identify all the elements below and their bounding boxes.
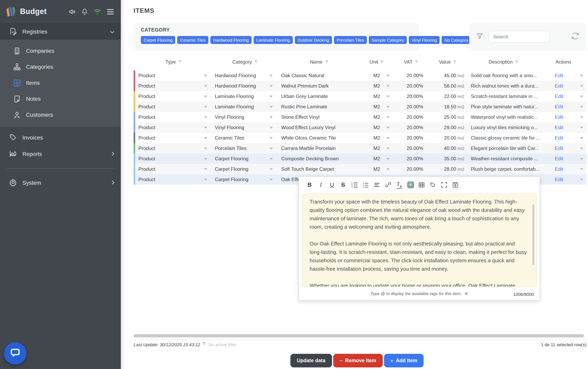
dropdown-caret-icon[interactable] (204, 147, 207, 149)
category-chip[interactable]: Carpet Flooring (141, 36, 175, 44)
type-cell-dropdown[interactable]: Product (135, 122, 212, 133)
dropdown-caret-icon[interactable] (580, 158, 583, 160)
bullet-list-icon[interactable] (360, 180, 371, 189)
dropdown-caret-icon[interactable] (386, 168, 390, 170)
edit-link[interactable]: Edit (555, 114, 563, 120)
dropdown-caret-icon[interactable] (386, 126, 390, 129)
edit-link[interactable]: Edit (555, 166, 563, 172)
type-cell-dropdown[interactable]: Product (135, 164, 212, 174)
table-row[interactable]: ProductPorcelain TilesCarrara Marble Por… (134, 143, 586, 154)
dropdown-caret-icon[interactable] (270, 158, 273, 160)
volume-icon[interactable] (69, 9, 76, 15)
openai-icon[interactable]: ✳ (405, 180, 416, 189)
edit-link[interactable]: Edit (555, 83, 563, 89)
notifications-icon[interactable] (82, 8, 88, 15)
category-cell-dropdown[interactable]: Hardwood Flooring (212, 81, 278, 91)
menu-icon[interactable] (107, 9, 114, 14)
dropdown-caret-icon[interactable] (204, 126, 207, 129)
dropdown-caret-icon[interactable] (270, 168, 273, 170)
name-cell[interactable]: Carrara Marble Porcelain (278, 143, 360, 154)
fullscreen-icon[interactable] (439, 180, 449, 189)
table-row[interactable]: ProductHardwood FlooringOak Classic Natu… (134, 70, 586, 81)
update-data-button[interactable]: Update data (290, 354, 332, 367)
type-cell-dropdown[interactable]: Product (135, 81, 212, 91)
sidebar-item-registries[interactable]: Registries (0, 23, 121, 40)
add-item-button[interactable]: +Add Item (384, 354, 424, 367)
save-icon[interactable] (450, 180, 460, 189)
category-cell-dropdown[interactable]: Carpet Flooring (212, 164, 278, 174)
type-cell-dropdown[interactable]: Product (135, 154, 212, 164)
type-cell-dropdown[interactable]: Product (135, 133, 212, 143)
category-chip[interactable]: Sample Category (369, 36, 407, 44)
sidebar-item-invoices[interactable]: Invoices (0, 129, 121, 145)
dropdown-caret-icon[interactable] (270, 85, 273, 87)
description-cell[interactable]: Solid oak flooring with a smo... (467, 70, 540, 81)
chat-launcher-button[interactable] (4, 342, 26, 365)
category-cell-dropdown[interactable]: Vinyl Flooring (212, 122, 278, 133)
table-row[interactable]: ProductCarpet FlooringComposite Decking … (134, 154, 586, 164)
dropdown-caret-icon[interactable] (204, 106, 207, 108)
category-cell-dropdown[interactable]: Laminate Flooring (212, 91, 278, 102)
dropdown-caret-icon[interactable] (386, 85, 390, 87)
dropdown-caret-icon[interactable] (580, 106, 583, 108)
sidebar-item-customers[interactable]: Customers (0, 107, 121, 123)
editor-scrollbar-thumb[interactable] (532, 204, 534, 265)
dropdown-caret-icon[interactable] (204, 85, 207, 87)
type-cell-dropdown[interactable]: Product (135, 70, 212, 81)
align-icon[interactable] (372, 180, 382, 189)
unit-cell-dropdown[interactable]: M2 (360, 91, 394, 102)
dropdown-caret-icon[interactable] (204, 137, 207, 139)
column-filter-icon[interactable] (453, 59, 457, 65)
description-textarea[interactable]: Transform your space with the timeless b… (302, 194, 537, 287)
sidebar-item-system[interactable]: System (0, 174, 121, 191)
category-cell-dropdown[interactable]: Hardwood Flooring (212, 70, 278, 81)
dropdown-caret-icon[interactable] (270, 106, 273, 108)
unit-cell-dropdown[interactable]: M2 (360, 133, 394, 143)
edit-link[interactable]: Edit (555, 135, 563, 141)
category-chip[interactable]: Vinyl Flooring (409, 36, 440, 44)
unit-cell-dropdown[interactable]: M2 (360, 143, 394, 154)
table-row[interactable]: ProductCarpet FlooringSoft Touch Beige C… (134, 164, 586, 174)
table-row[interactable]: ProductCeramic TilesWhite Gloss Ceramic … (134, 133, 586, 143)
dropdown-caret-icon[interactable] (580, 178, 583, 181)
dropdown-caret-icon[interactable] (204, 168, 207, 170)
sidebar-item-reports[interactable]: Reports (0, 145, 121, 162)
type-cell-dropdown[interactable]: Product (135, 174, 212, 185)
column-filter-icon[interactable] (514, 59, 519, 65)
description-cell[interactable]: Scratch-resistant laminate in ... (467, 91, 540, 102)
category-chip[interactable]: Ceramic Tiles (177, 36, 208, 44)
wifi-icon[interactable] (94, 9, 101, 15)
refresh-icon[interactable] (571, 32, 579, 41)
type-cell-dropdown[interactable]: Product (135, 143, 212, 154)
close-icon[interactable]: ✕ (465, 291, 468, 296)
edit-link[interactable]: Edit (555, 93, 563, 99)
dropdown-caret-icon[interactable] (386, 137, 390, 139)
underline-icon[interactable]: U (327, 180, 337, 189)
name-cell[interactable]: Oak Classic Natural (278, 70, 360, 81)
table-row[interactable]: ProductVinyl FlooringStone Effect VinylM… (134, 112, 586, 122)
category-cell-dropdown[interactable]: Ceramic Tiles (212, 133, 278, 143)
dropdown-caret-icon[interactable] (580, 95, 583, 97)
dropdown-caret-icon[interactable] (270, 116, 273, 118)
description-cell[interactable]: Waterproof vinyl with realistic... (467, 112, 540, 122)
table-row[interactable]: ProductLaminate FlooringUrban Grey Lamin… (134, 91, 586, 102)
dropdown-caret-icon[interactable] (580, 85, 583, 87)
dropdown-caret-icon[interactable] (270, 95, 273, 97)
dropdown-caret-icon[interactable] (386, 116, 390, 118)
dropdown-caret-icon[interactable] (580, 126, 583, 129)
dropdown-caret-icon[interactable] (580, 168, 583, 170)
column-filter-icon[interactable] (380, 59, 384, 65)
column-filter-icon[interactable] (415, 59, 419, 65)
unit-cell-dropdown[interactable]: M2 (360, 154, 394, 164)
edit-link[interactable]: Edit (555, 104, 563, 110)
name-cell[interactable]: Rustic Pine Laminate (278, 102, 360, 112)
category-cell-dropdown[interactable]: Porcelain Tiles (212, 143, 278, 154)
description-cell[interactable]: Weather-resistant composite ... (467, 154, 540, 164)
dropdown-caret-icon[interactable] (270, 126, 273, 129)
type-cell-dropdown[interactable]: Product (135, 112, 212, 122)
dropdown-caret-icon[interactable] (270, 147, 273, 149)
italic-icon[interactable]: I (315, 180, 326, 189)
dropdown-caret-icon[interactable] (204, 116, 207, 118)
category-cell-dropdown[interactable]: Vinyl Flooring (212, 112, 278, 122)
category-chip[interactable]: Porcelain Tiles (334, 36, 367, 44)
